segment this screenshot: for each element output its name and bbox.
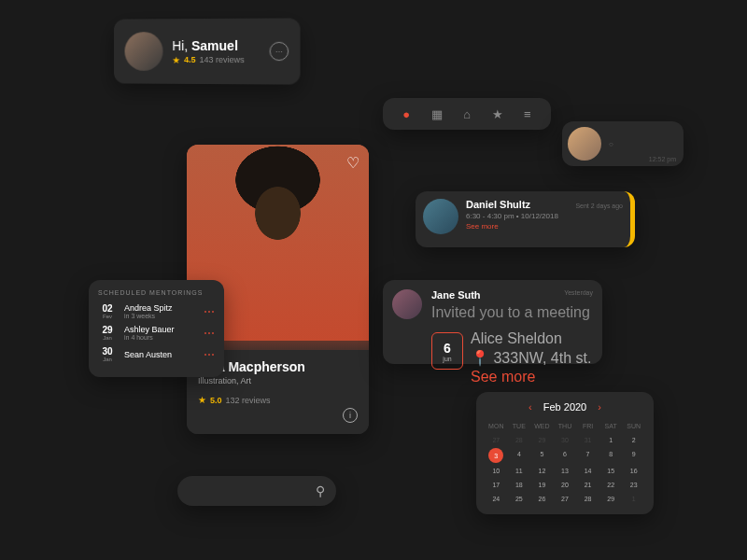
event-card-1[interactable]: Daniel Shultz 6:30 - 4:30 pm • 10/12/201… — [416, 191, 635, 247]
cal-dow: SAT — [600, 420, 622, 432]
next-month-icon[interactable]: › — [598, 401, 601, 413]
event-time: 6:30 - 4:30 pm • 10/12/2018 — [466, 212, 568, 220]
chat-icon[interactable]: ⋯ — [270, 42, 289, 61]
cal-day[interactable]: 20 — [555, 479, 576, 491]
cal-day[interactable]: 28 — [577, 493, 599, 505]
mentoring-item[interactable]: 30JanSean Austen⋯ — [98, 346, 215, 362]
cal-day[interactable]: 8 — [600, 448, 622, 463]
cal-dow: MON — [486, 420, 507, 432]
profile-rating-value: 5.0 — [210, 396, 222, 405]
mini-notification[interactable]: ○ 12:52 pm — [562, 121, 684, 166]
cal-day[interactable]: 15 — [600, 465, 622, 477]
date-month: jun — [443, 356, 451, 362]
calendar-title: Feb 2020 — [543, 401, 586, 413]
event-sent-label: Sent 2 days ago — [575, 203, 623, 209]
ment-day: 29 — [102, 325, 112, 335]
mini-avatar — [568, 127, 601, 161]
greeting-text: Hi, Samuel ★ 4.5 143 reviews — [172, 37, 260, 64]
cal-day[interactable]: 18 — [509, 479, 530, 491]
review-count: 143 reviews — [200, 55, 245, 64]
ment-when: in 4 hours — [124, 334, 196, 341]
ment-month: Fev — [103, 314, 112, 319]
cal-day[interactable]: 2 — [623, 434, 644, 446]
user-avatar[interactable] — [125, 32, 163, 71]
cal-day[interactable]: 17 — [486, 479, 507, 491]
calendar-icon[interactable]: ▦ — [431, 107, 443, 121]
ment-name: Ashley Bauer — [124, 325, 196, 334]
cal-day[interactable]: 9 — [623, 448, 644, 463]
bell-icon[interactable]: ● — [402, 107, 410, 121]
cal-day[interactable]: 19 — [531, 479, 553, 491]
prev-month-icon[interactable]: ‹ — [529, 401, 532, 413]
event2-timestamp: Yesterday — [564, 289, 593, 296]
mentorings-card: SCHEDULED MENTORINGS 02FevAndrea Spitzin… — [89, 280, 224, 377]
menu-icon[interactable]: ≡ — [524, 107, 531, 121]
cal-day[interactable]: 30 — [555, 434, 576, 446]
cal-day[interactable]: 12 — [531, 465, 553, 477]
cal-day[interactable]: 24 — [486, 493, 507, 505]
star-icon: ★ — [198, 395, 206, 405]
star-icon: ★ — [172, 54, 180, 64]
mini-timestamp: 12:52 pm — [649, 156, 676, 162]
cal-dow: TUE — [509, 420, 530, 432]
event2-subtitle: Invited you to a meeting — [431, 304, 593, 321]
cal-day[interactable]: 1 — [600, 434, 622, 446]
cal-day[interactable]: 23 — [623, 479, 644, 491]
hi-label: Hi, — [172, 38, 191, 53]
cal-day[interactable]: 4 — [509, 448, 530, 463]
cal-dow: FRI — [577, 420, 599, 432]
event-card-2[interactable]: Jane Suth Invited you to a meeting 6 jun… — [383, 280, 602, 364]
cal-day[interactable]: 13 — [555, 465, 576, 477]
cal-day[interactable]: 27 — [486, 434, 507, 446]
calendar-widget: ‹ Feb 2020 › MONTUEWEDTHUFRISATSUN272829… — [476, 392, 654, 514]
cal-day[interactable]: 22 — [600, 479, 622, 491]
info-icon[interactable]: i — [343, 408, 358, 423]
ment-day: 02 — [102, 303, 112, 314]
cal-day[interactable]: 25 — [509, 493, 530, 505]
cal-day[interactable]: 10 — [486, 465, 507, 477]
more-icon[interactable]: ⋯ — [204, 327, 215, 340]
search-icon[interactable]: ⚲ — [316, 483, 325, 498]
ment-when: in 3 weeks — [124, 313, 196, 319]
cal-day[interactable]: 11 — [509, 465, 530, 477]
date-box: 6 jun — [431, 332, 463, 370]
cal-day[interactable]: 27 — [555, 493, 576, 505]
search-bar[interactable]: ⚲ — [177, 476, 336, 506]
cal-day[interactable]: 6 — [555, 448, 576, 463]
cal-day[interactable]: 1 — [623, 493, 644, 505]
ment-day: 30 — [102, 346, 112, 357]
pin-icon: 📍 — [471, 350, 489, 366]
profile-role: Illustration, Art — [198, 376, 358, 385]
cal-day[interactable]: 29 — [531, 434, 553, 446]
ment-name: Sean Austen — [124, 350, 196, 359]
mentoring-item[interactable]: 29JanAshley Bauerin 4 hours⋯ — [98, 325, 215, 341]
more-icon[interactable]: ⋯ — [204, 348, 215, 361]
event-name: Daniel Shultz — [466, 199, 568, 210]
event2-person: Alice Sheldon — [471, 330, 591, 347]
cal-dow: WED — [531, 420, 553, 432]
event2-avatar — [392, 289, 422, 319]
cal-day[interactable]: 28 — [509, 434, 530, 446]
cal-day[interactable]: 14 — [577, 465, 599, 477]
heart-icon[interactable]: ♡ — [346, 154, 359, 172]
more-icon[interactable]: ⋯ — [204, 305, 215, 318]
see-more-link-2[interactable]: See more — [471, 369, 591, 385]
cal-day[interactable]: 31 — [577, 434, 599, 446]
mentoring-item[interactable]: 02FevAndrea Spitzin 3 weeks⋯ — [98, 303, 215, 319]
cal-day[interactable]: 7 — [577, 448, 599, 463]
cal-day[interactable]: 21 — [577, 479, 599, 491]
ment-month: Jan — [103, 357, 112, 362]
star-nav-icon[interactable]: ★ — [492, 107, 503, 121]
cal-day[interactable]: 3 — [488, 448, 503, 463]
cal-day[interactable]: 5 — [531, 448, 553, 463]
cal-day[interactable]: 16 — [623, 465, 644, 477]
see-more-link[interactable]: See more — [466, 222, 568, 231]
cal-day[interactable]: 26 — [531, 493, 553, 505]
navbar: ● ▦ ⌂ ★ ≡ — [383, 98, 551, 130]
cal-day[interactable]: 29 — [600, 493, 622, 505]
cal-dow: SUN — [623, 420, 644, 432]
rating-value: 4.5 — [184, 55, 195, 64]
user-name: Samuel — [191, 37, 238, 52]
mini-indicator: ○ — [609, 140, 613, 148]
home-icon[interactable]: ⌂ — [463, 107, 471, 121]
